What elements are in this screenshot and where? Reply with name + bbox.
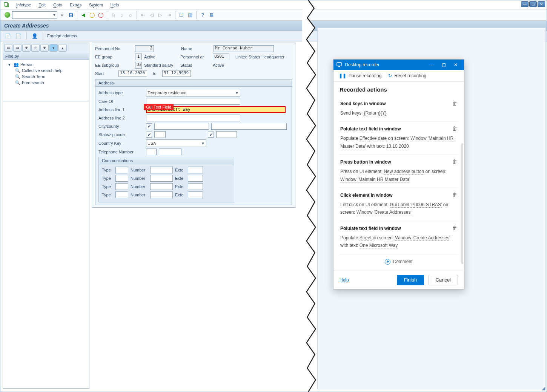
comm-ext-field[interactable] <box>188 167 203 173</box>
resize-grip-icon[interactable]: ◢ <box>542 386 545 391</box>
tree-node-person[interactable]: ▾ 👥 Person <box>5 61 88 67</box>
recorder-titlebar[interactable]: Desktop recorder — ▢ ✕ <box>333 60 464 70</box>
menu-infotype[interactable]: Infotype <box>13 2 34 8</box>
add-comment-button[interactable]: + Comment <box>340 254 458 269</box>
expand-node-icon[interactable]: ▾ <box>7 62 12 67</box>
cancel-button[interactable]: Cancel <box>429 275 458 285</box>
recorded-action-card[interactable]: 🗑Polulate text field in windowPopulate S… <box>340 221 458 254</box>
tel-number-field[interactable] <box>159 149 181 155</box>
zip-required-icon[interactable]: ✔ <box>208 132 214 138</box>
pause-recording-button[interactable]: ❚❚ Pause recording <box>339 73 381 78</box>
fav-del-icon[interactable]: ☆ <box>31 44 40 52</box>
back-icon[interactable]: « <box>58 11 66 19</box>
comm-ext-field[interactable] <box>188 183 203 190</box>
menu-extras[interactable]: Extras <box>67 2 85 8</box>
person-icon[interactable]: 👤 <box>31 32 38 40</box>
tree-leaf-freesearch[interactable]: 🔍 Free search <box>5 80 88 86</box>
comm-number-field[interactable] <box>150 191 173 198</box>
command-field[interactable]: ▾ <box>12 11 57 19</box>
print-icon[interactable]: ⎙ <box>109 11 117 19</box>
recorded-action-card[interactable]: 🗑Click element in windowLeft click on UI… <box>340 188 458 221</box>
menu-goto[interactable]: Goto <box>50 2 65 8</box>
collapse-icon[interactable]: ▴ <box>58 44 67 52</box>
communications-title: Communications <box>99 157 234 164</box>
end-field[interactable]: 31.12.9999 <box>162 70 191 77</box>
restore-button[interactable]: ▭ <box>529 1 537 7</box>
enter-button[interactable] <box>3 11 11 19</box>
nav-back-icon[interactable]: ◀ <box>80 11 87 19</box>
save-icon[interactable] <box>67 11 75 19</box>
action-title: Send keys in window <box>340 101 457 106</box>
tree-leaf-searchterm[interactable]: 🔍 Search Term <box>5 74 88 80</box>
tree-leaf-collective[interactable]: 🔍 Collective search help <box>5 67 88 74</box>
doc2-icon[interactable]: 📄 <box>15 32 22 40</box>
recorder-scrollbar[interactable] <box>461 143 463 264</box>
prev-page-icon[interactable]: ◁ <box>148 11 155 19</box>
address-type-select[interactable]: Temporary residence▼ <box>146 89 240 96</box>
city-label: City/county <box>98 124 144 129</box>
next-page-icon[interactable]: ▷ <box>157 11 164 19</box>
app-menu-icon[interactable] <box>3 2 9 8</box>
menu-edit[interactable]: Edit <box>35 2 49 8</box>
state-field[interactable] <box>154 131 166 138</box>
delete-action-icon[interactable]: 🗑 <box>452 192 457 198</box>
address-line2-field[interactable] <box>146 115 240 121</box>
to-label: to <box>149 71 160 76</box>
recorder-close-button[interactable]: ✕ <box>450 60 461 70</box>
reset-recording-button[interactable]: ↻ Reset recording <box>388 73 426 78</box>
new-session-icon[interactable]: ❐ <box>178 11 185 19</box>
shortcut-icon[interactable]: ▥ <box>186 11 194 19</box>
menu-help[interactable]: Help <box>108 2 122 8</box>
first-page-icon[interactable]: ⇤ <box>139 11 147 19</box>
county-field[interactable] <box>211 123 287 130</box>
delete-action-icon[interactable]: 🗑 <box>452 159 457 165</box>
layout-icon[interactable]: 🖥 <box>207 11 215 19</box>
help-link[interactable]: Help <box>340 277 349 283</box>
comm-number-field[interactable] <box>150 183 173 190</box>
find-next-icon[interactable]: ⌕ <box>127 11 134 19</box>
nav-cancel-icon[interactable]: ◯ <box>97 11 104 19</box>
country-key-select[interactable]: USA▼ <box>146 139 206 147</box>
start-field[interactable]: 13.10.2020 <box>118 70 147 77</box>
comm-type-field[interactable] <box>115 183 128 190</box>
nav-right-icon[interactable]: ➡ <box>13 44 22 52</box>
minimize-button[interactable]: — <box>521 1 529 7</box>
recorded-action-card[interactable]: 🗑Send keys in windowSend keys: {Return}{… <box>340 96 458 122</box>
delete-action-icon[interactable]: 🗑 <box>452 100 457 106</box>
comm-number-field[interactable] <box>150 167 173 173</box>
recorder-maximize-button[interactable]: ▢ <box>438 60 449 70</box>
fav-add-icon[interactable]: ★ <box>22 44 31 52</box>
nav-left-icon[interactable]: ⬅ <box>4 44 12 52</box>
finish-button[interactable]: Finish <box>397 275 424 285</box>
tel-area-field[interactable] <box>146 149 157 155</box>
delete-action-icon[interactable]: 🗑 <box>452 126 457 132</box>
recorded-action-card[interactable]: 🗑Press button in windowPress on UI eleme… <box>340 155 458 188</box>
comm-type-field[interactable] <box>115 191 128 198</box>
recorded-action-card[interactable]: 🗑Polulate text field in windowPopulate E… <box>340 122 458 155</box>
last-page-icon[interactable]: ⇥ <box>165 11 173 19</box>
menu-system[interactable]: System <box>86 2 106 8</box>
comm-ext-field[interactable] <box>188 175 203 182</box>
recorder-minimize-button[interactable]: — <box>426 60 437 70</box>
comm-ext-field[interactable] <box>188 191 203 198</box>
comm-type-field[interactable] <box>115 175 128 182</box>
find-icon[interactable]: ⌕ <box>118 11 126 19</box>
find-by-tree[interactable]: ▾ 👥 Person 🔍 Collective search help 🔍 Se… <box>3 60 89 101</box>
city-field[interactable] <box>154 123 209 130</box>
zip-field[interactable] <box>216 131 237 138</box>
state-required-icon[interactable]: ✔ <box>146 132 152 138</box>
comm-number-field[interactable] <box>150 175 173 182</box>
action-description: Populate Street on screen: Window 'Creat… <box>340 234 457 250</box>
city-required-icon[interactable]: ✔ <box>146 123 152 129</box>
action-description: Press on UI element: New address button … <box>340 168 457 183</box>
comm-type-field[interactable] <box>115 167 128 173</box>
delete-action-icon[interactable]: 🗑 <box>452 225 457 231</box>
fav-list-icon[interactable]: ★ <box>40 44 49 52</box>
foreign-address-link[interactable]: Foreign address <box>47 34 77 38</box>
personnel-no-field[interactable]: 2 <box>135 45 154 52</box>
nav-exit-icon[interactable]: ◯ <box>88 11 96 19</box>
close-button[interactable]: ✕ <box>538 1 545 7</box>
help-icon[interactable]: ? <box>199 11 206 19</box>
expand-icon[interactable]: ▾ <box>49 44 58 52</box>
doc-icon[interactable]: 📄 <box>4 32 12 40</box>
